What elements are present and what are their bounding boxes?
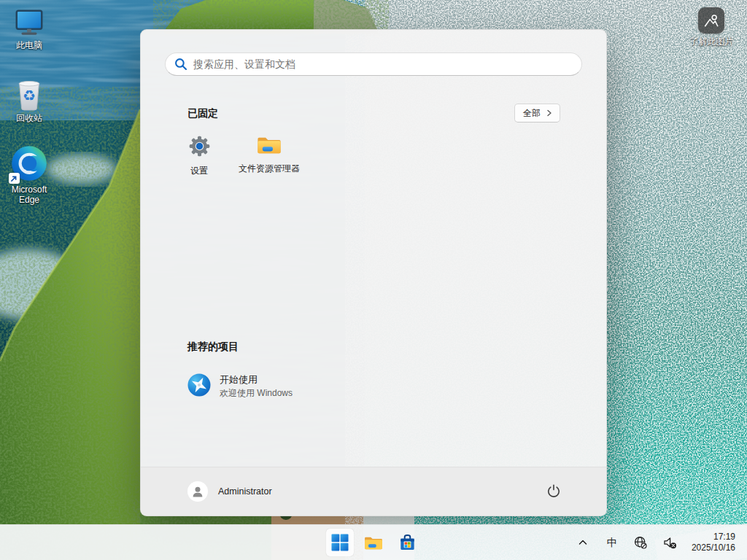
network-status-button[interactable]	[627, 529, 655, 556]
recommended-item-get-started[interactable]: 开始使用 欢迎使用 Windows	[180, 369, 406, 404]
svg-text:♻: ♻	[23, 87, 36, 104]
recommended-section-title: 推荐的项目	[187, 341, 239, 354]
user-profile-button[interactable]: Administrator	[187, 481, 272, 502]
desktop-icon-label: 回收站	[16, 113, 42, 123]
clock-time: 17:19	[692, 532, 735, 542]
taskbar-clock[interactable]: 17:19 2025/10/16	[689, 532, 738, 553]
desktop-icon-edge[interactable]: Microsoft Edge	[1, 144, 58, 205]
chevron-right-icon	[546, 109, 553, 117]
file-explorer-icon	[257, 134, 282, 159]
desktop-icon-label: Microsoft Edge	[1, 184, 58, 205]
power-button[interactable]	[542, 480, 565, 503]
taskbar-file-explorer-button[interactable]	[360, 529, 387, 556]
ime-label: 中	[607, 536, 618, 550]
desktop-icon-recycle-bin[interactable]: ♻ 回收站	[1, 79, 58, 123]
search-input[interactable]	[165, 52, 582, 76]
this-pc-monitor-icon	[12, 9, 46, 38]
tray-overflow-button[interactable]	[569, 529, 597, 556]
desktop-icon-this-pc[interactable]: 此电脑	[1, 9, 58, 50]
globe-no-internet-icon	[634, 536, 648, 550]
chevron-up-icon	[578, 537, 588, 548]
shortcut-arrow-icon	[9, 173, 20, 184]
user-avatar-icon	[187, 481, 208, 502]
get-started-icon	[187, 373, 211, 400]
picture-info-icon	[698, 7, 724, 34]
recommended-item-subtitle: 欢迎使用 Windows	[220, 387, 293, 400]
file-explorer-icon	[364, 534, 383, 551]
desktop-icon-label: 此电脑	[16, 40, 42, 50]
learn-about-picture-button[interactable]: 了解此图片	[682, 7, 740, 47]
volume-muted-icon	[663, 536, 677, 550]
settings-gear-icon	[187, 134, 212, 161]
user-name-label: Administrator	[218, 486, 272, 497]
start-menu-footer: Administrator	[141, 467, 606, 516]
pinned-app-label: 设置	[190, 165, 208, 177]
recommended-item-title: 开始使用	[220, 373, 293, 386]
power-icon	[546, 484, 561, 499]
all-apps-label: 全部	[523, 107, 541, 120]
pinned-apps-grid: 设置	[164, 134, 304, 182]
taskbar-store-button[interactable]	[393, 529, 421, 556]
all-apps-button[interactable]: 全部	[514, 104, 560, 122]
clock-date: 2025/10/16	[692, 542, 735, 553]
search-box	[165, 52, 582, 76]
recycle-bin-icon: ♻	[14, 79, 44, 111]
pinned-app-label: 文件资源管理器	[239, 163, 300, 175]
windows-logo-icon	[331, 534, 349, 551]
desktop-screen: 此电脑 ♻ 回收站	[0, 0, 747, 560]
pinned-app-settings[interactable]: 设置	[164, 134, 234, 182]
microsoft-store-icon	[398, 534, 417, 552]
start-menu-panel: 已固定 全部	[140, 29, 607, 516]
taskbar: 中 17:19	[0, 524, 747, 560]
learn-picture-label: 了解此图片	[689, 36, 733, 47]
taskbar-center-icons	[326, 525, 421, 560]
pinned-section-title: 已固定	[187, 107, 218, 120]
start-button[interactable]	[326, 529, 354, 556]
pinned-app-file-explorer[interactable]: 文件资源管理器	[234, 134, 304, 182]
edge-icon	[10, 144, 48, 182]
system-tray: 中 17:19	[569, 525, 747, 560]
volume-status-button[interactable]	[657, 529, 684, 556]
ime-indicator-button[interactable]: 中	[598, 529, 626, 556]
